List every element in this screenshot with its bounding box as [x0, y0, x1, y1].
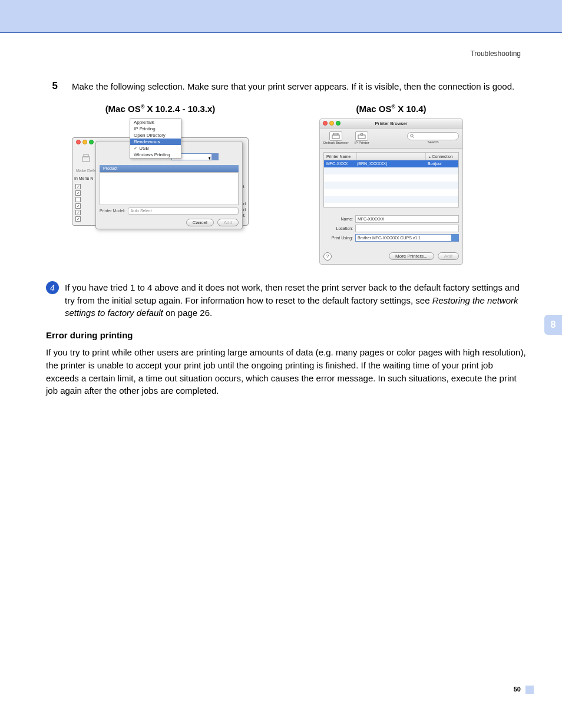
- make-default-label: Make Defa: [76, 169, 96, 173]
- location-row: Location:: [323, 225, 459, 232]
- menu-item-usb[interactable]: ✓ USB: [130, 145, 181, 151]
- screenshot-1-caption: (Mac OS® X 10.2.4 - 10.3.x): [105, 104, 216, 114]
- product-column-header: Product: [100, 165, 239, 172]
- col-printer-name[interactable]: Printer Name: [324, 153, 357, 160]
- checkbox-icon[interactable]: ✓: [75, 190, 81, 196]
- svg-point-6: [411, 134, 413, 137]
- printer-list[interactable]: [100, 172, 239, 205]
- in-menu-label: In Menu N: [74, 176, 93, 180]
- minimize-icon[interactable]: [82, 140, 87, 144]
- printer-icon: [81, 153, 91, 164]
- default-browser-icon: [329, 131, 342, 141]
- checkbox-icon[interactable]: ✓: [75, 216, 81, 222]
- menu-item-appletalk[interactable]: AppleTalk: [130, 119, 181, 126]
- col-connection[interactable]: Connection: [425, 153, 458, 160]
- printer-model-row: Printer Model: Auto Select: [100, 207, 239, 215]
- zoom-icon[interactable]: [336, 121, 340, 126]
- name-label: Name:: [323, 217, 353, 221]
- search-icon: [410, 134, 415, 139]
- screenshot-2-caption: (Mac OS® X 10.4): [356, 104, 426, 114]
- checkbox-icon[interactable]: ✓: [75, 203, 81, 209]
- window-title: Printer Browser: [375, 121, 407, 126]
- step-4-text: If you have tried 1 to 4 above and it do…: [65, 281, 527, 319]
- step-5-text: Make the following selection. Make sure …: [72, 80, 514, 93]
- printer-list-row-selected[interactable]: MFC-XXXX (BRN_XXXXXX) Bonjour: [324, 160, 458, 167]
- error-during-printing-heading: Error during printing: [46, 330, 527, 340]
- location-label: Location:: [323, 226, 353, 230]
- zoom-icon[interactable]: [89, 140, 94, 144]
- printer-browser-titlebar: Printer Browser: [320, 119, 462, 129]
- top-accent-band: [0, 0, 562, 33]
- ip-printer-icon: [355, 131, 368, 141]
- printer-model-label: Printer Model:: [100, 209, 125, 213]
- screenshot-2-column: (Mac OS® X 10.4) Printer Browser: [319, 104, 463, 265]
- dialog-buttons: Cancel Add: [186, 219, 239, 226]
- svg-rect-3: [333, 133, 338, 135]
- screenshot-macos-104: Printer Browser Default Browser IP Print…: [319, 118, 463, 265]
- svg-rect-0: [82, 157, 90, 162]
- checkbox-icon[interactable]: [75, 197, 81, 202]
- more-printers-button[interactable]: More Printers...: [389, 252, 434, 260]
- svg-rect-2: [332, 135, 339, 139]
- step-5: 5 Make the following selection. Make sur…: [46, 80, 527, 93]
- add-button[interactable]: Add: [217, 219, 239, 226]
- printer-list-header: Printer Name Connection: [324, 153, 458, 160]
- printer-list-area: Printer Name Connection MFC-XXXX (BRN_XX…: [323, 152, 459, 207]
- step-5-number: 5: [46, 80, 58, 93]
- svg-rect-1: [84, 154, 88, 157]
- add-button[interactable]: Add: [438, 252, 459, 260]
- location-field[interactable]: [355, 225, 459, 232]
- printer-browser-toolbar: Default Browser IP Printer Search: [320, 129, 462, 149]
- minimize-icon[interactable]: [329, 121, 334, 126]
- print-using-row: Print Using: Brother MFC-XXXXXX CUPS v1.…: [323, 234, 459, 242]
- print-using-select[interactable]: Brother MFC-XXXXXX CUPS v1.1: [355, 234, 459, 242]
- cancel-button[interactable]: Cancel: [186, 219, 214, 226]
- menu-item-windows-printing[interactable]: Windows Printing: [130, 151, 181, 158]
- page-content: 5 Make the following selection. Make sur…: [46, 80, 527, 397]
- step-4-number-circle: 4: [46, 281, 59, 294]
- step-4-bullet: 4 If you have tried 1 to 4 above and it …: [46, 281, 527, 319]
- page-number-accent: [525, 686, 534, 694]
- menu-item-ipprinting[interactable]: IP Printing: [130, 126, 181, 132]
- printer-browser-footer: ? More Printers... Add: [323, 252, 459, 261]
- section-header: Troubleshooting: [470, 50, 521, 58]
- menu-item-rendezvous[interactable]: Rendezvous: [130, 139, 181, 145]
- chapter-side-tab: 8: [544, 315, 562, 335]
- error-during-printing-paragraph: If you try to print while other users ar…: [46, 346, 527, 397]
- close-icon[interactable]: [76, 140, 81, 144]
- window-traffic-lights: [76, 140, 94, 144]
- screenshot-1-column: (Mac OS® X 10.2.4 - 10.3.x) Make Defa In…: [72, 104, 249, 265]
- checkbox-icon[interactable]: ✓: [75, 210, 81, 215]
- svg-line-7: [413, 137, 414, 138]
- help-button[interactable]: ?: [323, 252, 332, 261]
- screenshots-row: (Mac OS® X 10.2.4 - 10.3.x) Make Defa In…: [72, 104, 527, 265]
- window-traffic-lights: [323, 121, 340, 126]
- close-icon[interactable]: [323, 121, 328, 126]
- checkbox-column: ✓ ✓ ✓ ✓ ✓: [75, 184, 81, 222]
- checkbox-icon[interactable]: ✓: [75, 184, 81, 189]
- printer-model-select[interactable]: Auto Select: [128, 207, 239, 215]
- print-using-label: Print Using:: [323, 236, 353, 240]
- screenshot-macos-103: Make Defa In Menu N ✓ ✓ ✓ ✓ ✓ R-Script i…: [72, 118, 249, 236]
- search-input[interactable]: [407, 132, 459, 140]
- default-browser-button[interactable]: Default Browser: [323, 131, 349, 144]
- connection-type-menu[interactable]: AppleTalk IP Printing Open Directory Ren…: [130, 118, 181, 159]
- page-number: 50: [514, 686, 521, 693]
- menu-item-opendirectory[interactable]: Open Directory: [130, 132, 181, 139]
- name-row: Name: MFC-XXXXXX: [323, 215, 459, 223]
- search-wrapper: Search: [407, 132, 459, 144]
- printer-form: Name: MFC-XXXXXX Location: Print Using: …: [320, 211, 462, 242]
- name-field[interactable]: MFC-XXXXXX: [355, 215, 459, 223]
- ip-printer-button[interactable]: IP Printer: [355, 131, 369, 144]
